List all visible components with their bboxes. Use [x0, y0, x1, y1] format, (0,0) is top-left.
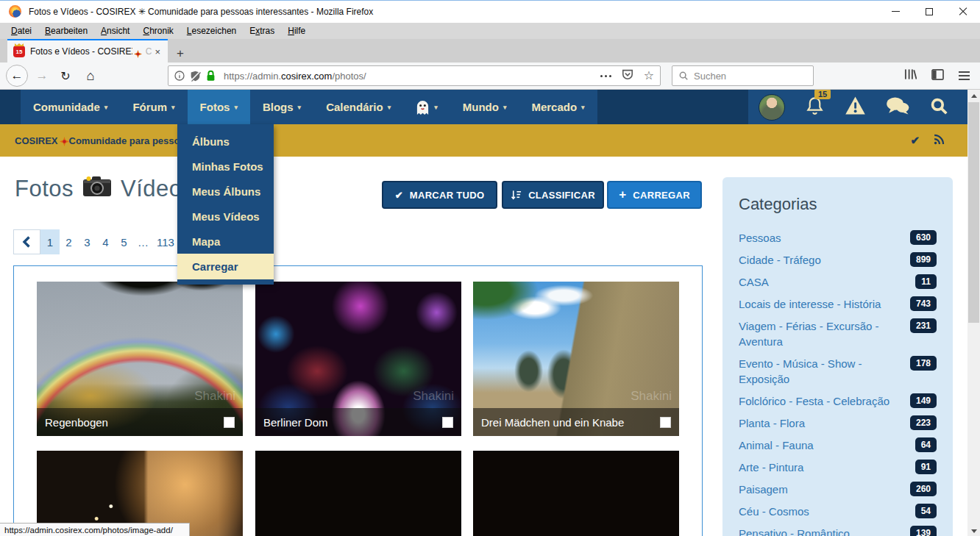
- dropdown-carregar[interactable]: Carregar: [177, 254, 274, 279]
- photo-select-checkbox[interactable]: [442, 417, 453, 428]
- menu-datei[interactable]: Datei: [4, 24, 38, 37]
- info-icon[interactable]: [174, 71, 185, 81]
- search-input[interactable]: [694, 71, 797, 82]
- back-button[interactable]: ←: [6, 65, 28, 87]
- nav-mercado[interactable]: Mercado▾: [519, 90, 597, 124]
- category-link[interactable]: Folclórico - Festa - Celebração: [739, 393, 897, 409]
- dropdown-albuns[interactable]: Álbuns: [177, 129, 274, 154]
- notifications-button[interactable]: 15: [805, 96, 825, 118]
- messages-button[interactable]: [886, 96, 909, 118]
- nav-calendario[interactable]: Calendário▾: [313, 90, 403, 124]
- photo-select-checkbox[interactable]: [660, 417, 671, 428]
- category-link[interactable]: Viagem - Férias - Excursão - Aventura: [739, 318, 910, 349]
- menu-extras[interactable]: Extras: [243, 24, 281, 37]
- tab-close-icon[interactable]: ×: [152, 46, 163, 57]
- dropdown-meus-videos[interactable]: Meus Vídeos: [177, 204, 274, 229]
- nav-comunidade[interactable]: Comunidade▾: [21, 90, 120, 124]
- sidebar-toggle-icon[interactable]: [931, 69, 944, 83]
- scroll-up-arrow-icon[interactable]: [967, 90, 980, 101]
- banner-check-icon[interactable]: ✔: [910, 134, 920, 147]
- pagination-page[interactable]: 5: [115, 229, 133, 254]
- nav-mascot[interactable]: ▾: [403, 90, 450, 124]
- site-search-button[interactable]: [929, 96, 948, 118]
- library-icon[interactable]: [904, 68, 917, 83]
- cosirex-star-icon: [60, 137, 68, 145]
- content-blocking-shield-icon[interactable]: [190, 71, 201, 82]
- menu-hamburger-icon[interactable]: [959, 71, 970, 80]
- category-count-badge: 11: [915, 274, 937, 289]
- home-button[interactable]: ⌂: [81, 66, 100, 85]
- photo-card[interactable]: Shakini Regenbogen: [37, 282, 243, 436]
- search-icon: [929, 96, 948, 115]
- photo-card[interactable]: [473, 451, 679, 536]
- close-button[interactable]: [946, 1, 980, 22]
- page-scrollbar[interactable]: [967, 90, 980, 536]
- category-link[interactable]: Pensativo - Romântico: [739, 526, 857, 536]
- dropdown-minhas-fotos[interactable]: Minhas Fotos: [177, 154, 274, 179]
- category-link[interactable]: Pessoas: [739, 230, 789, 246]
- photo-caption: Berliner Dom: [255, 408, 461, 436]
- active-tab[interactable]: 15 Fotos e Vídeos - COSIREX C ×: [7, 39, 168, 62]
- pagination-prev-button[interactable]: [13, 229, 40, 254]
- alerts-button[interactable]: [845, 96, 866, 118]
- category-row: Pessoas630: [739, 230, 937, 246]
- pagination-page[interactable]: 4: [96, 229, 115, 254]
- dropdown-meus-albuns[interactable]: Meus Álbuns: [177, 179, 274, 204]
- ghost-icon: [416, 99, 430, 115]
- scroll-down-arrow-icon[interactable]: [967, 525, 980, 536]
- category-link[interactable]: Locais de interesse - História: [739, 296, 888, 312]
- photo-card[interactable]: [255, 451, 461, 536]
- nav-forum[interactable]: Fórum▾: [120, 90, 187, 124]
- scrollbar-thumb[interactable]: [968, 102, 979, 323]
- category-link[interactable]: Animal - Fauna: [739, 437, 821, 453]
- dropdown-mapa[interactable]: Mapa: [177, 229, 274, 254]
- menu-hilfe[interactable]: Hilfe: [281, 24, 312, 37]
- nav-left-strip: [0, 90, 21, 124]
- photo-watermark: Shakini: [413, 389, 454, 404]
- category-link[interactable]: CASA: [739, 274, 776, 290]
- menu-lesezeichen[interactable]: Lesezeichen: [180, 24, 243, 37]
- page-actions-icon[interactable]: [600, 75, 611, 77]
- new-tab-button[interactable]: +: [177, 47, 184, 60]
- photo-caption: Regenbogen: [37, 408, 243, 436]
- category-link[interactable]: Planta - Flora: [739, 415, 812, 431]
- rss-icon[interactable]: [933, 133, 945, 149]
- sort-button[interactable]: CLASSIFICAR: [502, 181, 604, 209]
- pocket-icon[interactable]: [622, 68, 633, 83]
- tab-bar: 15 Fotos e Vídeos - COSIREX C × +: [0, 39, 980, 62]
- https-lock-icon[interactable]: [206, 70, 216, 82]
- category-link[interactable]: Evento - Música - Show - Exposição: [739, 356, 910, 387]
- category-link[interactable]: Cidade - Tráfego: [739, 252, 828, 268]
- menu-chronik[interactable]: Chronik: [136, 24, 180, 37]
- category-link[interactable]: Paisagem: [739, 482, 795, 497]
- heading-fotos: Fotos: [15, 176, 74, 202]
- chevron-down-icon: ▾: [503, 104, 507, 111]
- upload-button[interactable]: + CARREGAR: [607, 181, 702, 209]
- reload-button[interactable]: ↻: [56, 66, 75, 85]
- plus-icon: +: [619, 187, 626, 202]
- pagination-page-last[interactable]: 113: [153, 229, 178, 254]
- user-avatar[interactable]: [759, 94, 785, 121]
- menu-bearbeiten[interactable]: Bearbeiten: [38, 24, 94, 37]
- photo-title: Regenbogen: [45, 416, 108, 429]
- nav-blogs[interactable]: Blogs▾: [250, 90, 313, 124]
- mark-all-button[interactable]: ✔ MARCAR TUDO: [382, 181, 497, 209]
- photo-card[interactable]: Shakini Drei Mädchen und ein Knabe: [473, 282, 679, 436]
- url-bar[interactable]: https://admin.cosirex.com/photos/ ☆: [168, 65, 661, 86]
- photo-select-checkbox[interactable]: [224, 417, 235, 428]
- photo-card[interactable]: Shakini Berliner Dom: [255, 282, 461, 436]
- nav-fotos[interactable]: Fotos▾: [188, 90, 250, 124]
- minimize-button[interactable]: [878, 1, 912, 22]
- pagination-page[interactable]: 3: [78, 229, 96, 254]
- photo-watermark: Shakini: [194, 389, 235, 404]
- pagination-page[interactable]: 2: [60, 229, 78, 254]
- nav-mundo[interactable]: Mundo▾: [450, 90, 519, 124]
- category-count-badge: 91: [915, 460, 937, 474]
- pagination-page-current[interactable]: 1: [40, 229, 60, 254]
- bookmark-star-icon[interactable]: ☆: [644, 70, 654, 82]
- maximize-button[interactable]: [912, 1, 946, 22]
- category-link[interactable]: Céu - Cosmos: [739, 504, 817, 519]
- category-link[interactable]: Arte - Pintura: [739, 460, 811, 475]
- search-bar[interactable]: [672, 65, 814, 86]
- menu-ansicht[interactable]: Ansicht: [94, 24, 136, 37]
